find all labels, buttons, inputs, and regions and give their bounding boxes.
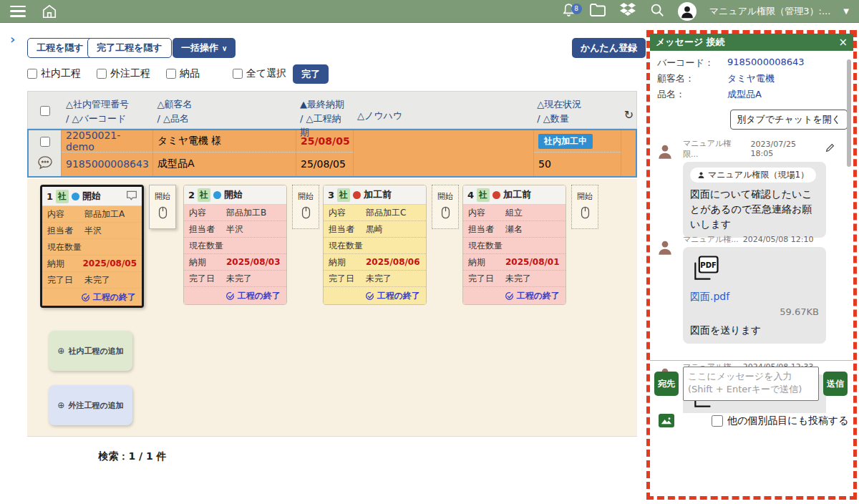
row-checkbox[interactable] <box>40 137 50 147</box>
header-knowhow[interactable]: △ノウハウ <box>353 92 533 128</box>
filter-select-all-checkbox[interactable] <box>233 69 243 79</box>
user-name-label[interactable]: マニュアル権限（管理3）:... <box>709 5 831 18</box>
file-size: 59.67KB <box>690 306 819 317</box>
card-person-value: 瀬名 <box>505 223 523 236</box>
file-link[interactable]: 図面.pdf <box>690 291 819 304</box>
hamburger-menu-icon[interactable] <box>10 6 26 17</box>
card-due-value: 2025/08/05 <box>82 258 137 268</box>
user-menu-caret-icon[interactable]: ▼ <box>843 7 849 15</box>
recipient-button[interactable]: 宛先 <box>654 372 679 396</box>
drag-handle-start-4[interactable]: 開始 <box>571 185 598 229</box>
row-customer-name: タミヤ電機 様 <box>153 130 296 152</box>
card-number: 2 <box>188 190 195 200</box>
card-completed-value: 未完了 <box>366 273 392 285</box>
finish-process-link[interactable]: 工程の終了 <box>184 287 286 304</box>
card-type-badge: 社 <box>477 188 490 202</box>
svg-text:PDF: PDF <box>700 261 717 269</box>
mention-pill: マニュアル権限（現場1） <box>690 168 816 183</box>
card-completed-value: 未完了 <box>84 274 110 286</box>
chat-input-area: 宛先 送信 他の個別品目にも投稿する <box>650 360 853 427</box>
hide-process-button[interactable]: 工程を隠す <box>27 38 93 58</box>
refresh-icon[interactable]: ↻ <box>624 107 634 124</box>
search-icon[interactable] <box>649 2 665 21</box>
row-item-name: 成型品A <box>153 152 296 175</box>
drag-handle-start-1[interactable]: 開始 <box>149 185 176 229</box>
message-sender: マニュアル権... <box>683 234 739 245</box>
add-external-process-button[interactable]: ⊕ 外注工程の追加 <box>49 385 132 425</box>
sidebar-expand-chevron-icon[interactable]: › <box>10 32 15 47</box>
row-knowhow-cell <box>353 130 533 176</box>
post-to-other-items-checkbox[interactable] <box>712 415 723 427</box>
process-card-4[interactable]: 4 社 加工前 内容組立 担当者瀬名 現在数量 納期2025/08/01 完了日… <box>462 185 566 305</box>
mouse-icon <box>581 206 590 219</box>
row-management-no[interactable]: 22050021-demo <box>62 130 152 152</box>
add-internal-process-button[interactable]: ⊕ 社内工程の追加 <box>49 331 132 371</box>
files-folder-icon[interactable] <box>589 3 606 20</box>
person-icon <box>697 171 705 179</box>
message-time: 2023/07/25 18:05 <box>751 140 821 158</box>
easy-register-button[interactable]: かんたん登録 <box>572 38 646 58</box>
info-customer-label: 顧客名： <box>657 72 727 85</box>
plus-circle-icon: ⊕ <box>57 346 64 356</box>
card-chat-icon[interactable] <box>126 190 137 203</box>
card-type-badge: 社 <box>198 188 210 202</box>
notifications-bell-icon[interactable]: 8 <box>561 2 576 21</box>
row-quantity: 50 <box>534 152 621 175</box>
bulk-action-button[interactable]: 一括操作 ∨ <box>173 38 236 58</box>
row-barcode[interactable]: 9185000008643 <box>62 152 152 175</box>
row-status-badge[interactable]: 社内加工中 <box>538 134 593 149</box>
user-avatar[interactable] <box>678 2 697 21</box>
dropbox-icon[interactable] <box>619 2 636 21</box>
info-item-value: 成型品A <box>727 88 762 101</box>
mouse-icon <box>301 206 311 219</box>
message-input[interactable] <box>683 367 819 401</box>
process-card-2[interactable]: 2 社 開始 内容部品加工B 担当者半沢 現在数量 納期2025/08/03 完… <box>183 185 287 305</box>
attach-image-icon[interactable] <box>659 414 674 427</box>
open-chat-new-tab-button[interactable]: 別タブでチャットを開く <box>730 110 848 130</box>
select-all-rows-checkbox[interactable] <box>40 106 50 116</box>
hide-completed-process-button[interactable]: 完了工程を隠す <box>87 38 172 58</box>
filter-external-process[interactable]: 外注工程 <box>97 67 150 80</box>
mouse-icon <box>158 206 168 219</box>
table-row[interactable]: 22050021-demo 9185000008643 タミヤ電機 様 成型品A… <box>27 129 637 178</box>
row-chat-icon[interactable] <box>37 155 53 172</box>
home-icon[interactable] <box>42 4 57 19</box>
filter-internal-process[interactable]: 社内工程 <box>27 67 81 80</box>
message-bubble: マニュアル権限（現場1） 図面について確認したいことがあるので至急連絡お願いしま… <box>683 162 826 238</box>
header-customer[interactable]: △顧客名/ △品名 <box>153 92 296 128</box>
info-barcode-value: 9185000008643 <box>727 57 805 69</box>
info-barcode-label: バーコード： <box>657 57 727 69</box>
filter-internal-process-label: 社内工程 <box>41 67 81 80</box>
process-card-3[interactable]: 3 社 加工前 内容部品加工C 担当者黒崎 現在数量 納期2025/08/06 … <box>323 185 427 305</box>
post-to-other-items[interactable]: 他の個別品目にも投稿する <box>712 415 849 427</box>
complete-button[interactable]: 完了 <box>293 64 329 84</box>
card-type-badge: 社 <box>337 188 350 202</box>
close-icon[interactable]: × <box>838 36 848 49</box>
plus-circle-icon: ⊕ <box>57 400 64 410</box>
filter-select-all[interactable]: 全て選択 <box>233 67 286 80</box>
process-card-1[interactable]: 1 社 開始 内容部品加工A 担当者半沢 現在数量 納期2025/08/05 完… <box>40 185 144 308</box>
header-due-date[interactable]: ▲最終納期/ △工程納期 <box>296 92 353 128</box>
bulk-action-caret-icon: ∨ <box>222 44 227 52</box>
search-result-count: 検索：1 / 1 件 <box>72 450 193 463</box>
filter-delivery[interactable]: 納品 <box>166 67 200 80</box>
filter-delivery-checkbox[interactable] <box>166 69 176 79</box>
drag-handle-start-3[interactable]: 開始 <box>432 185 459 229</box>
card-status: 開始 <box>224 188 243 201</box>
finish-process-link[interactable]: 工程の終了 <box>42 289 142 306</box>
filter-internal-process-checkbox[interactable] <box>27 69 37 79</box>
info-item-label: 品名： <box>657 88 727 101</box>
pdf-file-icon[interactable]: PDF <box>690 275 722 286</box>
finish-process-link[interactable]: 工程の終了 <box>324 287 426 304</box>
filter-external-process-checkbox[interactable] <box>97 69 107 79</box>
header-management-no[interactable]: △社内管理番号/ △バーコード <box>62 92 153 128</box>
send-button[interactable]: 送信 <box>823 372 848 396</box>
drag-handle-start-2[interactable]: 開始 <box>292 185 319 229</box>
header-status[interactable]: △現在状況/ △数量 <box>533 92 620 128</box>
edit-pencil-icon[interactable] <box>825 143 835 155</box>
card-content-value: 部品加工C <box>366 207 406 219</box>
filter-external-process-label: 外注工程 <box>110 67 150 80</box>
message-text: 図面について確認したいことがあるので至急連絡お願いします <box>690 187 819 232</box>
finish-process-link[interactable]: 工程の終了 <box>463 287 566 304</box>
table-header-row: △社内管理番号/ △バーコード △顧客名/ △品名 ▲最終納期/ △工程納期 △… <box>27 91 637 129</box>
